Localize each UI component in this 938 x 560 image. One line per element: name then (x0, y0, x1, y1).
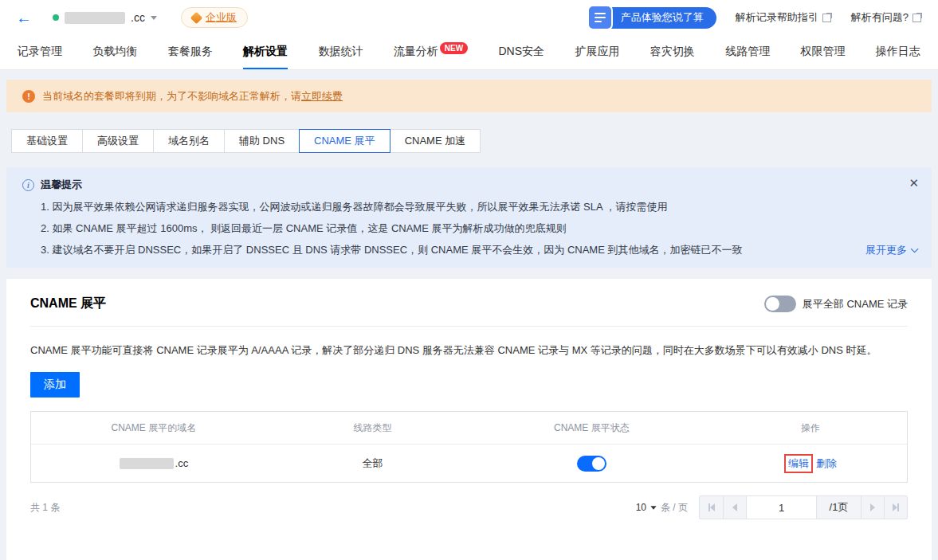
cname-records-table: CNAME 展平的域名 线路类型 CNAME 展平状态 操作 .cc 全部 编辑… (30, 411, 908, 483)
tab-operation-log[interactable]: 操作日志 (876, 35, 920, 69)
subtab-basic-settings[interactable]: 基础设置 (11, 129, 83, 153)
external-link-icon (822, 13, 832, 22)
pagination-bar: 共 1 条 10 条 / 页 1 /1页 (30, 495, 908, 519)
plan-badge-label: 企业版 (206, 10, 237, 25)
expiry-alert-banner: ! 当前域名的套餐即将到期，为了不影响域名正常解析，请 立即续费 (6, 80, 932, 112)
header-line-type: 线路类型 (277, 421, 469, 435)
header-actions: 操作 (714, 421, 907, 435)
header-domain: CNAME 展平的域名 (31, 421, 277, 435)
new-badge: NEW (440, 42, 468, 54)
tips-line-1: 1. 因为展平效果依赖公网请求递归服务器实现，公网波动或递归服务器故障都会导致展… (41, 200, 916, 213)
domain-selector[interactable]: .cc (53, 11, 157, 24)
gem-icon (190, 11, 203, 24)
status-dot-icon (53, 14, 59, 21)
subtab-secondary-dns[interactable]: 辅助 DNS (224, 129, 300, 153)
current-page-input[interactable]: 1 (746, 496, 816, 519)
tab-disaster-switch[interactable]: 容灾切换 (650, 35, 695, 69)
tips-title: 温馨提示 (41, 178, 82, 192)
add-button[interactable]: 添加 (30, 372, 80, 397)
tab-extended-apps[interactable]: 扩展应用 (575, 35, 619, 69)
tab-line-management[interactable]: 线路管理 (725, 35, 770, 69)
tab-record-management[interactable]: 记录管理 (18, 35, 62, 69)
survey-button[interactable]: 产品体验您说了算 (597, 7, 716, 29)
domain-suffix: .cc (131, 11, 145, 24)
plan-badge[interactable]: 企业版 (181, 7, 248, 28)
settings-subtabs: 基础设置 高级设置 域名别名 辅助 DNS CNAME 展平 CNAME 加速 (11, 129, 932, 153)
page-content: ! 当前域名的套餐即将到期，为了不影响域名正常解析，请 立即续费 基础设置 高级… (0, 70, 938, 560)
tab-dns-security[interactable]: DNS安全 (499, 35, 545, 69)
tab-resolution-settings[interactable]: 解析设置 (243, 35, 288, 69)
prev-page-button[interactable] (723, 496, 746, 519)
cname-flattening-card: CNAME 展平 展平全部 CNAME 记录 CNAME 展平功能可直接将 CN… (6, 279, 932, 560)
page-size-select[interactable]: 10 条 / 页 (636, 501, 688, 515)
help-guide-label: 解析记录帮助指引 (736, 10, 818, 25)
edit-link[interactable]: 编辑 (788, 457, 809, 469)
warning-icon: ! (22, 90, 35, 103)
chevron-down-icon (151, 16, 157, 20)
masked-domain-name (120, 458, 174, 469)
tab-traffic-analysis-label: 流量分析 (394, 45, 438, 59)
first-page-button[interactable] (700, 496, 723, 519)
renew-now-link[interactable]: 立即续费 (301, 89, 343, 104)
tab-traffic-analysis[interactable]: 流量分析 NEW (394, 35, 468, 69)
subtab-cname-flattening[interactable]: CNAME 展平 (299, 129, 391, 153)
help-guide-link[interactable]: 解析记录帮助指引 (736, 10, 832, 25)
tab-load-balancing[interactable]: 负载均衡 (92, 35, 137, 69)
next-page-button[interactable] (861, 496, 884, 519)
chevron-down-icon (650, 506, 656, 510)
survey-form-icon (587, 5, 613, 30)
flatten-all-toggle-label: 展平全部 CNAME 记录 (803, 297, 908, 311)
total-count: 共 1 条 (30, 501, 60, 515)
tips-line-2: 2. 如果 CNAME 展平超过 1600ms， 则返回最近一层 CNAME 记… (41, 221, 916, 235)
cell-line-type: 全部 (277, 456, 469, 471)
domain-suffix: .cc (175, 457, 189, 469)
delete-link[interactable]: 删除 (816, 456, 837, 471)
cell-domain: .cc (31, 457, 277, 469)
feature-description: CNAME 展平功能可直接将 CNAME 记录展平为 A/AAAA 记录，解决了… (30, 343, 908, 358)
cell-status (469, 456, 714, 472)
total-pages-label: /1页 (816, 496, 861, 519)
info-icon: i (22, 179, 34, 191)
problem-link-label: 解析有问题? (851, 10, 909, 25)
external-link-icon (912, 13, 922, 22)
close-icon[interactable]: ✕ (909, 177, 919, 189)
tab-permission-management[interactable]: 权限管理 (801, 35, 846, 69)
masked-domain-name (65, 12, 125, 24)
back-arrow-icon[interactable]: ← (16, 10, 38, 25)
row-status-toggle[interactable] (577, 456, 606, 472)
alert-text: 当前域名的套餐即将到期，为了不影响域名正常解析，请 (42, 89, 301, 104)
tab-data-statistics[interactable]: 数据统计 (318, 35, 363, 69)
top-bar: ← .cc 企业版 产品体验您说了算 解析记录帮助指引 解析有问题? (0, 0, 938, 35)
tips-panel: i 温馨提示 ✕ 1. 因为展平效果依赖公网请求递归服务器实现，公网波动或递归服… (6, 167, 932, 268)
annotation-highlight-box: 编辑 (784, 454, 813, 473)
problem-link[interactable]: 解析有问题? (851, 10, 922, 25)
survey-button-label: 产品体验您说了算 (621, 10, 704, 25)
cell-actions: 编辑 删除 (714, 454, 907, 473)
subtab-domain-alias[interactable]: 域名别名 (153, 129, 225, 153)
expand-more-link[interactable]: 展开更多 (865, 243, 916, 257)
last-page-button[interactable] (884, 496, 907, 519)
section-title: CNAME 展平 (30, 296, 106, 312)
chevron-down-icon (911, 245, 919, 253)
tab-plan-service[interactable]: 套餐服务 (168, 35, 213, 69)
page-navigator: 1 /1页 (699, 495, 908, 519)
subtab-advanced-settings[interactable]: 高级设置 (82, 129, 154, 153)
header-status: CNAME 展平状态 (469, 421, 714, 435)
tips-line-3: 3. 建议域名不要开启 DNSSEC，如果开启了 DNSSEC 且 DNS 请求… (41, 243, 742, 257)
subtab-cname-acceleration[interactable]: CNAME 加速 (390, 129, 481, 153)
table-header-row: CNAME 展平的域名 线路类型 CNAME 展平状态 操作 (31, 412, 907, 444)
flatten-all-toggle[interactable] (764, 296, 796, 312)
nav-tabs: 记录管理 负载均衡 套餐服务 解析设置 数据统计 流量分析 NEW DNS安全 … (0, 35, 938, 70)
table-row: .cc 全部 编辑 删除 (31, 444, 907, 482)
